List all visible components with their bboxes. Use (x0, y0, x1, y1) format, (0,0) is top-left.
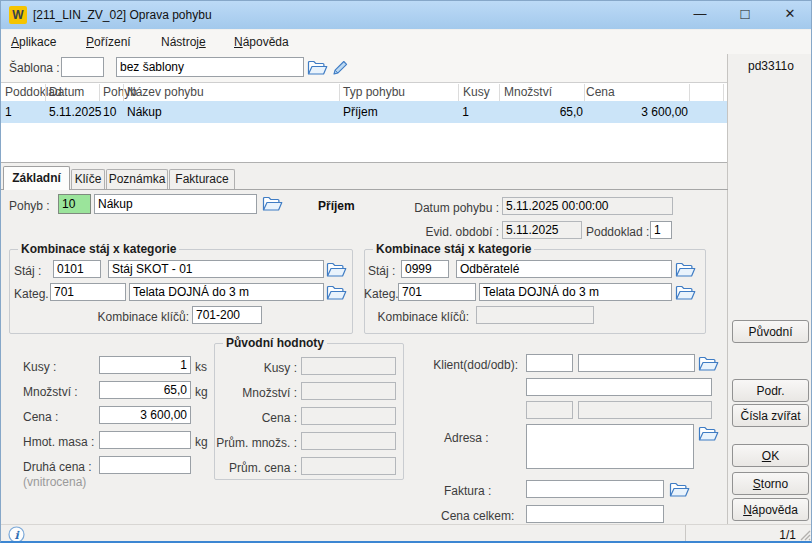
staj-right-folder-icon[interactable] (675, 261, 696, 278)
template-name-input[interactable] (116, 57, 304, 77)
menu-item-napoveda[interactable]: Nápověda (230, 30, 293, 54)
kateg-right-name-input[interactable] (479, 283, 672, 301)
poddoklad-label: Poddoklad : (586, 225, 649, 239)
klient-line2-input[interactable] (526, 378, 712, 396)
faktura-input[interactable] (526, 480, 664, 498)
kusy-input[interactable] (99, 356, 191, 374)
cell-pohyb: 10 (103, 101, 116, 123)
movements-table: Poddoklad Datum Pohyb Název pohybu Typ p… (1, 82, 728, 163)
menu-item-aplikace[interactable]: Aplikace (7, 30, 60, 54)
column-header-mnozstvi: Množství (504, 84, 552, 101)
evid-obdobi-label: Evid. období : (399, 225, 499, 239)
cena-celkem-input[interactable] (526, 505, 664, 523)
template-folder-icon[interactable] (307, 59, 328, 76)
cell-kusy: 1 (415, 101, 469, 123)
faktura-folder-icon[interactable] (669, 481, 690, 498)
klient-folder-icon[interactable] (698, 355, 719, 372)
cell-poddoklad: 1 (5, 101, 12, 123)
podr-pohyby-button[interactable]: Podr. pohyby (732, 379, 809, 402)
puvodni-button[interactable]: Původní (732, 320, 809, 343)
direction-label: Příjem (318, 199, 355, 213)
klient-label: Klient(dod/odb): (418, 358, 518, 372)
template-edit-pencil-icon[interactable] (332, 59, 353, 76)
napoveda-button[interactable]: Nápověda (732, 498, 809, 521)
ok-button[interactable]: OK (732, 444, 809, 467)
tab-fakturace[interactable]: Fakturace (169, 169, 235, 189)
orig-cena-field (301, 407, 396, 425)
pager-label: 1/1 (731, 528, 796, 542)
tab-poznamka[interactable]: Poznámka (106, 169, 168, 189)
form-id-label: pd3311o (748, 59, 794, 73)
template-label: Šablona : (9, 61, 60, 75)
hmot-masa-input[interactable] (99, 431, 191, 449)
staj-right-code-input[interactable] (401, 260, 449, 278)
close-button[interactable]: ✕ (775, 1, 805, 27)
druha-cena-input[interactable] (99, 456, 191, 474)
mnozstvi-input[interactable] (99, 381, 191, 399)
faktura-label: Faktura : (444, 484, 491, 498)
table-row-selected[interactable]: 1 5.11.2025 10 Nákup Příjem 1 65,0 3 600… (1, 101, 728, 123)
klient-extra-name-field (578, 401, 712, 419)
staj-right-name-input[interactable] (456, 260, 672, 278)
tab-zakladni[interactable]: Základní (3, 166, 70, 190)
orig-kusy-label: Kusy : (197, 361, 297, 375)
hmot-masa-label: Hmot. masa : (23, 435, 94, 449)
klient-code-input[interactable] (526, 354, 573, 372)
staj-left-label: Stáj : (14, 264, 41, 278)
staj-left-folder-icon[interactable] (326, 261, 347, 278)
cell-datum: 5.11.2025 (49, 101, 102, 123)
menu-item-nastroje[interactable]: Nástroje (157, 30, 210, 54)
pohyb-name-input[interactable] (94, 194, 257, 214)
window-titlebar: W [211_LIN_ZV_02] Oprava pohybu — □ ✕ (1, 1, 811, 29)
original-values-title: Původní hodnoty (223, 336, 327, 350)
cena-input[interactable] (99, 406, 191, 424)
staj-right-label: Stáj : (368, 264, 395, 278)
cell-nazev-pohybu: Nákup (127, 101, 162, 123)
kateg-left-name-input[interactable] (129, 283, 324, 301)
minimize-button[interactable]: — (685, 1, 715, 27)
poddoklad-field[interactable] (650, 221, 672, 239)
datum-pohybu-label: Datum pohybu : (399, 201, 499, 215)
storno-button[interactable]: Storno (732, 472, 809, 495)
cell-mnozstvi: 65,0 (501, 101, 583, 123)
menubar: Aplikace Pořízení Nástroje Nápověda (1, 30, 811, 54)
combo-right-title: Kombinace stáj x kategorie (373, 242, 534, 256)
pohyb-label: Pohyb : (9, 199, 50, 213)
orig-mnozstvi-label: Množství : (197, 386, 297, 400)
adresa-textarea[interactable] (526, 424, 694, 469)
datum-pohybu-field (502, 197, 673, 215)
orig-mnozstvi-field (301, 382, 396, 400)
resize-grip[interactable] (799, 529, 811, 541)
orig-prum-cena-field (301, 457, 396, 475)
kateg-right-folder-icon[interactable] (675, 284, 696, 301)
column-header-cena: Cena (586, 84, 615, 101)
kateg-left-code-input[interactable] (50, 283, 126, 301)
druha-cena-label: Druhá cena : (23, 460, 92, 474)
combo-left-title: Kombinace stáj x kategorie (18, 242, 179, 256)
evid-obdobi-field (502, 221, 582, 239)
maximize-button[interactable]: □ (730, 1, 760, 27)
komb-left-label: Kombinace klíčů: (89, 310, 189, 324)
staj-left-name-input[interactable] (108, 260, 324, 278)
adresa-label: Adresa : (444, 431, 489, 445)
pohyb-folder-icon[interactable] (262, 195, 283, 212)
kateg-right-code-input[interactable] (398, 283, 476, 301)
komb-right-field (476, 306, 594, 324)
orig-prum-cena-label: Prům. cena : (197, 461, 297, 475)
orig-kusy-field (301, 357, 396, 375)
adresa-folder-icon[interactable] (698, 425, 719, 442)
vnitrocena-sublabel: (vnitrocena) (23, 475, 86, 489)
klient-name-input[interactable] (578, 354, 695, 372)
kateg-left-folder-icon[interactable] (326, 284, 347, 301)
menu-item-porizeni[interactable]: Pořízení (82, 30, 135, 54)
pohyb-code-input[interactable] (58, 194, 91, 214)
staj-left-code-input[interactable] (53, 260, 101, 278)
orig-prum-mnozs-field (301, 432, 396, 450)
komb-right-label: Kombinace klíčů: (369, 310, 469, 324)
klient-extra-code-field (526, 401, 573, 419)
template-code-input[interactable] (61, 57, 104, 77)
cisla-zvirat-button[interactable]: Čísla zvířat (732, 404, 809, 427)
komb-left-field[interactable] (192, 306, 262, 324)
cell-cena: 3 600,00 (586, 101, 688, 123)
tab-klice[interactable]: Klíče (71, 169, 105, 189)
